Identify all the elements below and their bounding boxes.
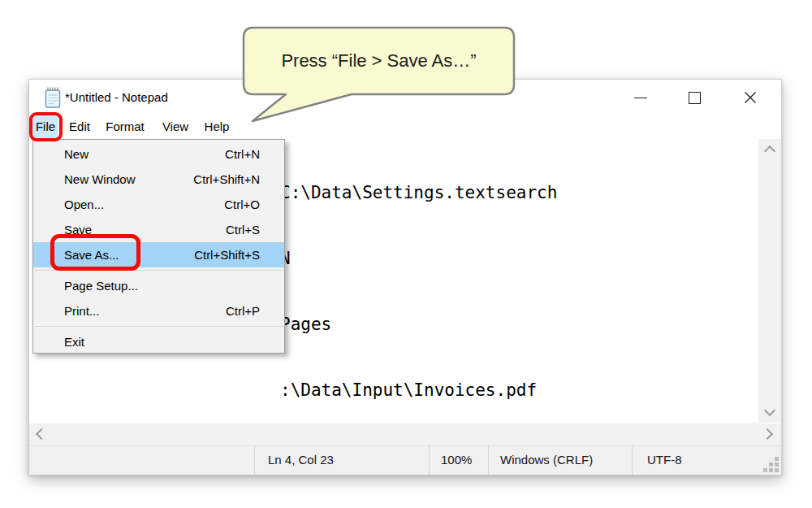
callout-text: Press “File > Save As…” [244,28,514,94]
menu-item-shortcut: Ctrl+Shift+N [193,172,260,186]
menu-item-open[interactable]: Open... Ctrl+O [33,192,284,217]
menu-item-shortcut: Ctrl+N [225,147,260,161]
menu-item-new[interactable]: New Ctrl+N [33,141,284,167]
editor-line: :\Data\Input\Invoices.pdf [280,380,767,402]
editor-line: N [280,248,767,270]
status-encoding: UTF-8 [632,445,781,475]
menu-item-exit[interactable]: Exit [33,329,284,354]
maximize-button[interactable] [676,80,713,115]
menu-item-page-setup[interactable]: Page Setup... [33,273,284,298]
menu-item-new-window[interactable]: New Window Ctrl+Shift+N [33,167,284,192]
close-button[interactable] [732,80,769,115]
menu-item-label: New [64,147,89,161]
menu-item-label: New Window [64,172,136,186]
menu-item-label: Exit [64,335,84,349]
notepad-icon [44,86,62,109]
menu-item-label: Page Setup... [64,279,138,293]
status-line-endings: Windows (CRLF) [488,445,632,475]
menu-item-shortcut: Ctrl+P [226,304,260,318]
annotation-file-highlight [29,112,63,141]
resize-grip-icon[interactable] [763,457,779,472]
menu-item-shortcut: Ctrl+Shift+S [194,248,260,262]
menubar-item-edit[interactable]: Edit [66,115,93,138]
status-cursor-position: Ln 4, Col 23 [254,445,429,475]
horizontal-scrollbar[interactable] [29,423,781,444]
minimize-icon [634,98,647,98]
menu-item-print[interactable]: Print... Ctrl+P [33,298,284,323]
close-icon [744,91,757,104]
window-title: *Untitled - Notepad [65,80,168,115]
editor-line: C:\Data\Settings.textsearch [280,182,767,204]
vertical-scrollbar[interactable] [758,139,781,423]
scroll-up-icon[interactable] [764,145,775,157]
menu-item-label: Open... [64,198,104,211]
scroll-right-icon[interactable] [762,428,773,440]
menu-item-shortcut: Ctrl+O [224,198,260,211]
notepad-window: *Untitled - Notepad File Edit Format Vie… [28,79,782,475]
menu-separator [35,326,283,327]
scroll-left-icon[interactable] [36,428,47,440]
minimize-button[interactable] [622,80,659,115]
menubar-item-help[interactable]: Help [201,115,233,138]
scroll-down-icon[interactable] [764,405,775,416]
menu-item-label: Print... [64,304,99,318]
editor-line: Pages [280,314,767,336]
maximize-icon [689,92,701,104]
status-zoom-level: 100% [429,445,488,475]
menubar-item-view[interactable]: View [159,115,192,138]
status-bar: Ln 4, Col 23 100% Windows (CRLF) UTF-8 [29,445,781,475]
menubar-item-format[interactable]: Format [101,115,149,138]
menu-item-shortcut: Ctrl+S [226,223,260,237]
annotation-save-as-highlight [50,234,140,271]
